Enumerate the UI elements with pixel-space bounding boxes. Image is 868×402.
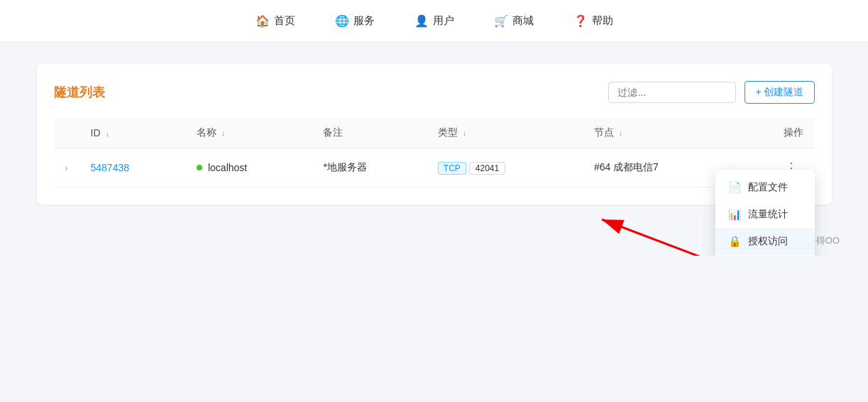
col-action: 操作 [733,118,814,148]
tunnel-table: ID ↓ 名称 ↓ 备注 类型 ↓ [54,118,815,188]
id-sort-icon: ↓ [105,129,109,138]
expand-icon[interactable]: › [65,163,68,173]
name-sort-icon: ↓ [221,129,226,137]
status-dot [197,165,202,170]
nav-item-service[interactable]: 🌐 服务 [329,11,380,31]
dropdown-item-traffic[interactable]: 📊 流量统计 [715,201,815,228]
dropdown-item-config[interactable]: 📄 配置文件 [715,174,815,201]
node-sort-icon: ↓ [619,129,623,137]
service-icon: 🌐 [335,14,349,28]
nav-item-user[interactable]: 👤 用户 [409,11,460,31]
col-node: 节点 ↓ [583,118,734,148]
col-remark: 备注 [312,118,426,148]
filter-input[interactable] [608,82,736,103]
action-cell: ⋮ 📄 配置文件 📊 流量统计 [733,148,814,188]
help-icon: ❓ [573,14,588,28]
tunnel-list-card: 隧道列表 + 创建隧道 ID ↓ [37,64,832,205]
col-type: 类型 ↓ [427,118,583,148]
port-tag: 42041 [469,162,505,175]
col-id: ID ↓ [79,118,185,148]
toolbar: 隧道列表 + 创建隧道 [54,81,815,104]
expand-cell[interactable]: › [54,148,79,188]
id-cell: 5487438 [79,148,185,188]
tcp-tag: TCP [438,162,466,175]
dropdown-item-auth[interactable]: 🔒 授权访问 [715,228,815,255]
nav-label-user: 用户 [433,14,454,28]
nav-label-home: 首页 [274,14,295,28]
config-icon: 📄 [728,181,741,194]
type-sort-icon: ↓ [463,129,467,137]
tunnel-table-wrap: ID ↓ 名称 ↓ 备注 类型 ↓ [54,118,815,188]
nav-label-service: 服务 [353,14,375,28]
node-cell: #64 成都电信7 [583,148,734,188]
nav-label-help: 帮助 [592,14,613,28]
traffic-icon: 📊 [728,208,741,221]
nav-item-shop[interactable]: 🛒 商城 [488,11,539,31]
remark-cell: *地服务器 [312,148,426,188]
dropdown-item-onekey[interactable]: 🔑 一键认证 [715,255,815,256]
home-icon: 🏠 [256,14,270,28]
table-row: › 5487438 localhost *地服务器 [54,148,815,188]
col-name: 名称 ↓ [185,118,312,148]
table-header-row: ID ↓ 名称 ↓ 备注 类型 ↓ [54,118,815,148]
col-expand [54,118,79,148]
nav-item-help[interactable]: ❓ 帮助 [568,11,619,31]
auth-icon: 🔒 [728,235,741,248]
type-cell: TCP42041 [427,148,583,188]
shop-icon: 🛒 [494,14,508,28]
name-cell: localhost [185,148,312,188]
main-content: 隧道列表 + 创建隧道 ID ↓ [9,43,860,226]
dropdown-menu: 📄 配置文件 📊 流量统计 🔒 授权访问 [715,170,815,256]
nav-item-home[interactable]: 🏠 首页 [250,11,301,31]
page-title: 隧道列表 [54,84,105,101]
create-tunnel-button[interactable]: + 创建隧道 [745,81,814,104]
user-icon: 👤 [414,14,429,28]
toolbar-right: + 创建隧道 [608,81,814,104]
navbar: 🏠 首页 🌐 服务 👤 用户 🛒 商城 ❓ 帮助 [0,0,868,43]
nav-label-shop: 商城 [512,14,534,28]
